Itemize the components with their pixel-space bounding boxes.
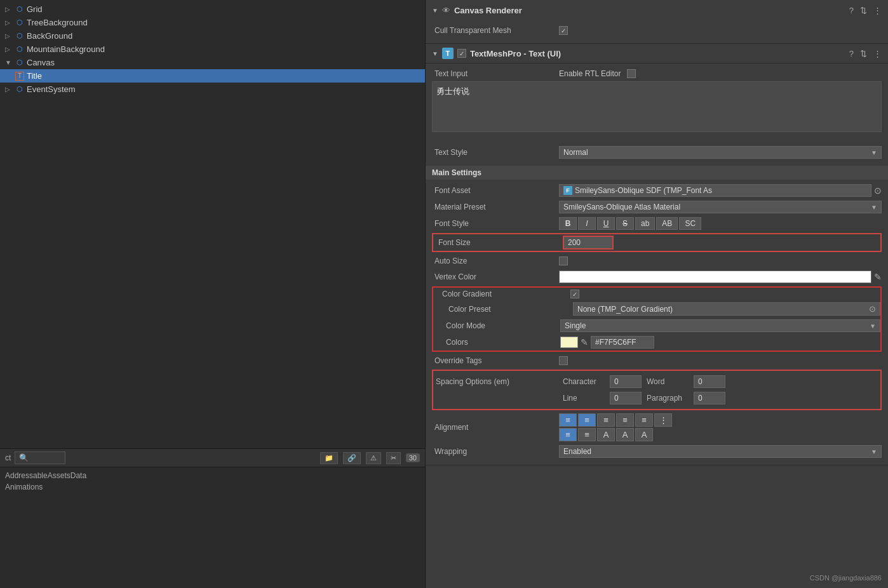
tmp-more-icon[interactable]: ⋮ — [873, 49, 882, 58]
colors-pick-icon[interactable]: ✎ — [581, 337, 588, 347]
align-btn-left-top[interactable]: ≡ — [559, 413, 577, 427]
align-btn-center-top[interactable]: ≡ — [578, 413, 596, 427]
alignment-row1: ≡ ≡ ≡ ≡ ≡ ⋮ — [559, 413, 672, 427]
auto-size-checkbox[interactable] — [559, 257, 568, 265]
material-preset-label: Material Preset — [432, 203, 559, 211]
main-settings-header: Main Settings — [426, 166, 888, 180]
link-icon-btn[interactable]: 🔗 — [343, 452, 361, 464]
color-hex-input[interactable] — [591, 336, 654, 349]
spacing-word-input[interactable] — [694, 375, 725, 388]
hierarchy-item-grid[interactable]: ▷ ⬡ Grid — [0, 3, 425, 16]
align-btn-center-mid[interactable]: ≡ — [578, 428, 596, 441]
align-btn-justify-top[interactable]: ≡ — [616, 413, 634, 427]
vertex-color-pick-icon[interactable]: ✎ — [874, 272, 882, 282]
align-btn-flush-mid[interactable]: A — [635, 428, 653, 441]
override-tags-checkbox[interactable] — [559, 356, 568, 365]
canvas-renderer-eye-icon[interactable]: 👁 — [442, 6, 450, 15]
style-btn-u[interactable]: U — [597, 217, 615, 230]
color-mode-dropdown[interactable]: Single ▼ — [560, 319, 880, 332]
spacing-word-group: Word — [647, 375, 725, 388]
color-preset-dropdown[interactable]: None (TMP_Color Gradient) ⊙ — [573, 302, 880, 316]
material-preset-dropdown[interactable]: SmileySans-Oblique Atlas Material ▼ — [559, 201, 882, 213]
wrapping-text: Enabled — [563, 447, 591, 456]
hierarchy-item-mountain-bg[interactable]: ▷ ⬡ MountainBackground — [0, 43, 425, 56]
wrapping-label: Wrapping — [432, 447, 559, 456]
text-style-row: Text Style Normal ▼ — [432, 144, 882, 161]
bottom-item-1[interactable]: Animations — [5, 481, 420, 493]
style-btn-s[interactable]: S — [616, 217, 634, 230]
help-icon[interactable]: ? — [849, 6, 854, 15]
text-style-dropdown[interactable]: Normal ▼ — [559, 146, 882, 159]
tmp-active-checkbox[interactable] — [457, 49, 466, 58]
tmp-help-icon[interactable]: ? — [849, 49, 854, 58]
canvas-renderer-body: Cull Transparent Mesh — [426, 20, 888, 43]
font-size-input[interactable] — [563, 236, 614, 250]
canvas-renderer-collapse[interactable]: ▼ — [432, 7, 438, 14]
spacing-paragraph-input[interactable] — [694, 392, 725, 404]
expand-arrow-tree-bg: ▷ — [5, 19, 13, 26]
tmp-title: TextMeshPro - Text (UI) — [470, 49, 845, 58]
material-preset-arrow: ▼ — [871, 204, 877, 211]
spacing-line-input[interactable] — [610, 392, 642, 404]
color-swatch[interactable] — [560, 337, 578, 348]
color-mode-label: Color Mode — [446, 321, 560, 330]
hierarchy-item-canvas[interactable]: ▼ ⬡ Canvas — [0, 56, 425, 69]
cube-icon-background: ⬡ — [15, 32, 24, 41]
alignment-label: Alignment — [432, 423, 559, 432]
vertex-color-value: ✎ — [559, 271, 882, 283]
font-asset-target-icon[interactable]: ⊙ — [874, 185, 882, 196]
cube-icon-event-system: ⬡ — [15, 85, 24, 94]
warn-icon-btn[interactable]: ⚠ — [366, 452, 381, 464]
color-gradient-checkbox[interactable] — [570, 290, 579, 298]
style-btn-ab[interactable]: ab — [635, 217, 655, 230]
spacing-line-group: Line — [563, 392, 642, 404]
vertex-color-row: Vertex Color ✎ — [432, 269, 882, 285]
align-btn-geo-top[interactable]: ⋮ — [654, 413, 672, 427]
badge-count: 30 — [406, 453, 420, 462]
cube-icon-mountain-bg: ⬡ — [15, 45, 24, 54]
hierarchy-label-mountain-bg: MountainBackground — [27, 44, 105, 54]
color-preset-target-icon[interactable]: ⊙ — [869, 304, 876, 314]
folder-icon-btn[interactable]: 📁 — [320, 452, 338, 464]
style-btn-sc[interactable]: SC — [679, 217, 701, 230]
color-preset-value: None (TMP_Color Gradient) ⊙ — [573, 302, 880, 316]
text-input-section: Text Input Enable RTL Editor — [426, 63, 888, 144]
text-input-field[interactable] — [432, 81, 882, 132]
align-btn-justify-mid[interactable]: A — [616, 428, 634, 441]
tmp-collapse[interactable]: ▼ — [432, 50, 438, 57]
bottom-content: AddressableAssetsData Animations — [0, 467, 425, 588]
hierarchy-item-tree-bg[interactable]: ▷ ⬡ TreeBackground — [0, 16, 425, 29]
more-icon[interactable]: ⋮ — [873, 6, 882, 15]
style-btn-ab-upper[interactable]: AB — [656, 217, 678, 230]
hierarchy-item-background[interactable]: ▷ ⬡ BackGround — [0, 29, 425, 43]
style-btn-i[interactable]: I — [578, 217, 596, 230]
cull-checkbox[interactable] — [559, 26, 568, 35]
color-preset-text: None (TMP_Color Gradient) — [577, 305, 673, 314]
align-btn-right-top[interactable]: ≡ — [597, 413, 615, 427]
bottom-bar: ct 📁 🔗 ⚠ ✂ 30 AddressableAssetsData Anim… — [0, 448, 425, 588]
scissor-icon-btn[interactable]: ✂ — [386, 452, 401, 464]
hierarchy-label-event-system: EventSystem — [27, 84, 76, 94]
font-asset-field[interactable]: F SmileySans-Oblique SDF (TMP_Font As — [559, 184, 871, 197]
font-size-value — [563, 236, 878, 250]
style-btn-b[interactable]: B — [559, 217, 577, 230]
rtl-checkbox[interactable] — [627, 69, 636, 78]
settings-icon[interactable]: ⇅ — [860, 6, 867, 15]
align-btn-right-mid[interactable]: A — [597, 428, 615, 441]
spacing-word-label: Word — [647, 377, 691, 386]
material-preset-text: SmileySans-Oblique Atlas Material — [563, 203, 680, 211]
bottom-search-input[interactable] — [15, 451, 65, 464]
vertex-color-bar[interactable] — [559, 271, 871, 283]
wrapping-dropdown[interactable]: Enabled ▼ — [559, 445, 882, 458]
align-btn-left-mid[interactable]: ≡ — [559, 428, 577, 441]
alignment-row: Alignment ≡ ≡ ≡ ≡ ≡ ⋮ ≡ ≡ — [432, 411, 882, 443]
hierarchy-item-title[interactable]: T Title — [0, 69, 425, 83]
spacing-character-input[interactable] — [610, 375, 642, 388]
align-btn-flush-top[interactable]: ≡ — [635, 413, 653, 427]
tmp-settings-icon[interactable]: ⇅ — [860, 49, 867, 58]
font-asset-text: SmileySans-Oblique SDF (TMP_Font As — [575, 186, 712, 195]
bottom-item-0[interactable]: AddressableAssetsData — [5, 470, 420, 481]
color-gradient-label: Color Gradient — [440, 290, 567, 298]
hierarchy-item-event-system[interactable]: ▷ ⬡ EventSystem — [0, 83, 425, 96]
hierarchy-label-grid: Grid — [27, 4, 43, 14]
